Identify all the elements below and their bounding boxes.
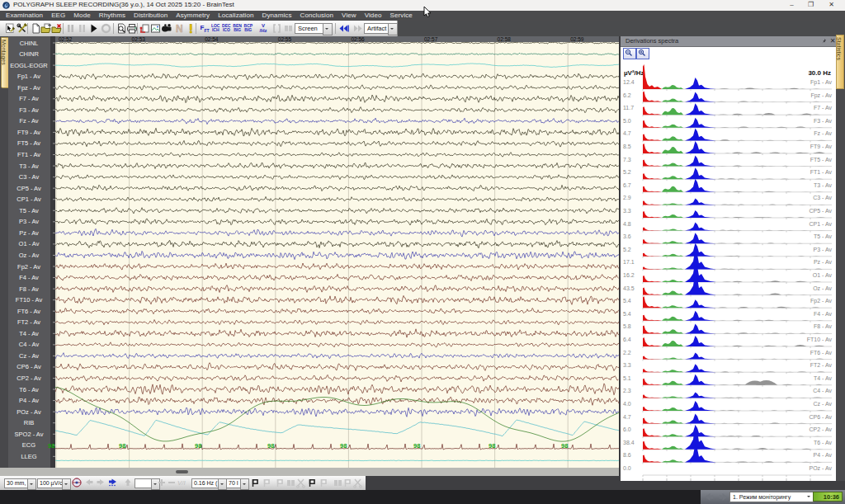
channel-label-fz[interactable]: Fz - Av <box>9 117 49 125</box>
channel-label-cz[interactable]: Cz - Av <box>9 352 49 360</box>
sensitivity-select-arrow[interactable] <box>62 478 71 490</box>
menu-examination[interactable]: Examination <box>6 11 43 21</box>
statistics-tab-label: Statistics <box>836 37 842 60</box>
chart-scrollbar-thumb[interactable] <box>176 470 188 473</box>
marker4-button[interactable] <box>307 478 318 488</box>
channel-label-ft1[interactable]: FT1 - Av <box>9 151 49 158</box>
time-label-5: 02:57 <box>424 36 437 42</box>
channel-label-cp6[interactable]: CP6 - Av <box>9 363 49 370</box>
close-button[interactable]: ✕ <box>825 0 838 10</box>
lowpass-select-arrow[interactable] <box>240 478 249 490</box>
nav-next-button[interactable] <box>718 492 729 502</box>
channel-label-ft9[interactable]: FT9 - Av <box>9 129 49 136</box>
extra-select[interactable] <box>135 478 153 488</box>
channel-label-t6[interactable]: T6 - Av <box>9 386 49 393</box>
montage-scheme-button[interactable] <box>72 478 83 488</box>
menu-distribution[interactable]: Distribution <box>134 11 168 21</box>
tab-statistics[interactable]: Statistics <box>836 35 844 89</box>
print-button[interactable] <box>125 22 138 35</box>
channel-label-eogl-eogr[interactable]: EOGL-EOGR <box>9 62 49 69</box>
setup-button[interactable] <box>16 22 28 35</box>
artifact-select-arrow[interactable] <box>388 23 398 35</box>
close-panel-icon[interactable]: ✕ <box>829 38 836 45</box>
channel-label-ft10[interactable]: FT10 - Av <box>9 296 49 304</box>
speed-select[interactable]: 30 mm, <box>4 478 29 488</box>
up-button <box>123 478 134 488</box>
channel-label-cp1[interactable]: CP1 - Av <box>9 195 49 203</box>
channel-label-pz[interactable]: Pz - Av <box>9 229 49 237</box>
channel-label-chinr[interactable]: CHINR <box>9 50 49 58</box>
goto-button[interactable] <box>107 478 118 488</box>
channel-label-t5[interactable]: T5 - Av <box>9 207 49 214</box>
pin-icon[interactable] <box>821 38 828 45</box>
add-marker-button[interactable] <box>250 478 261 488</box>
channel-label-t4[interactable]: T4 - Av <box>9 330 49 337</box>
menu-dynamics[interactable]: Dynamics <box>262 11 292 21</box>
channel-label-spo2[interactable]: SPO2 - Av <box>9 431 49 438</box>
menu-asymmetry[interactable]: Asymmetry <box>176 11 210 21</box>
highpass-select[interactable]: 0.16 Hz ( <box>191 478 220 488</box>
menu-view[interactable]: View <box>342 11 356 21</box>
channel-label-fp1[interactable]: Fp1 - Av <box>9 73 49 80</box>
sensitivity-select[interactable]: 100 µV/c <box>37 478 64 488</box>
mode-select[interactable]: 1. Режим моніторингу <box>729 492 814 502</box>
menu-service[interactable]: Service <box>390 11 413 21</box>
channel-label-poz[interactable]: POz - Av <box>9 408 49 416</box>
prev-page-button[interactable] <box>338 22 350 35</box>
channel-label-c3[interactable]: C3 - Av <box>9 173 49 181</box>
next-page-button <box>351 22 363 35</box>
channel-label-ecg[interactable]: ECG <box>9 441 49 449</box>
loc-ich-button[interactable]: LOCICH <box>210 22 220 34</box>
trace-chinr <box>55 53 619 54</box>
spectrum-channel-label: F3 - Av <box>782 118 832 124</box>
channel-label-p4[interactable]: P4 - Av <box>9 397 49 404</box>
channel-label-rib[interactable]: RIB <box>9 419 49 426</box>
menu-video[interactable]: Video <box>365 11 382 21</box>
spectrum-value: 5.2 <box>623 169 631 175</box>
fft-button[interactable]: FFT <box>200 22 210 34</box>
chart-scrollbar[interactable] <box>0 468 619 476</box>
menu-localization[interactable]: Localization <box>218 11 253 21</box>
channel-label-lleg[interactable]: LLEG <box>9 453 49 460</box>
dec-ico-button[interactable]: DECICO <box>221 22 231 34</box>
screen-select[interactable]: Screen <box>295 23 324 34</box>
channel-label-cp5[interactable]: CP5 - Av <box>9 185 49 192</box>
bcp-big-button[interactable]: BCPBIG <box>243 22 253 34</box>
eeg-traces-area[interactable]: 9898989898989898 <box>55 42 619 469</box>
trace-fp1 <box>55 73 619 80</box>
trace-spo2 <box>55 388 619 442</box>
channel-label-fpz[interactable]: Fpz - Av <box>9 84 49 92</box>
event-marker-button[interactable] <box>186 22 199 35</box>
channel-label-oz[interactable]: Oz - Av <box>9 252 49 259</box>
channel-label-f3[interactable]: F3 - Av <box>9 106 49 114</box>
menu-conclusion[interactable]: Conclusion <box>300 11 334 21</box>
artifact-select[interactable]: Artifact <box>364 23 390 34</box>
video-button[interactable] <box>160 22 172 35</box>
v-hz-button[interactable]: V/Hz <box>258 22 268 34</box>
close-exam-button[interactable] <box>50 22 63 35</box>
menu-rhythms[interactable]: Rhythms <box>99 11 125 21</box>
screen-select-arrow[interactable] <box>323 23 333 35</box>
channel-label-chinl[interactable]: CHINL <box>9 40 49 47</box>
nav-prev-button[interactable] <box>704 492 715 502</box>
play-button[interactable] <box>87 22 100 35</box>
channel-label-p3[interactable]: P3 - Av <box>9 218 49 225</box>
menu-mode[interactable]: Mode <box>73 11 90 21</box>
channel-label-c4[interactable]: C4 - Av <box>9 341 49 348</box>
menu-eeg[interactable]: EEG <box>51 11 65 21</box>
channel-label-f8[interactable]: F8 - Av <box>9 285 49 293</box>
channel-label-ft2[interactable]: FT2 - Av <box>9 318 49 326</box>
channel-label-f4[interactable]: F4 - Av <box>9 274 49 281</box>
channel-label-t3[interactable]: T3 - Av <box>9 163 49 170</box>
channel-label-cp2[interactable]: CP2 - Av <box>9 374 49 382</box>
channel-label-ft6[interactable]: FT6 - Av <box>9 308 49 315</box>
channel-label-fp2[interactable]: Fp2 - Av <box>9 263 49 271</box>
maximize-button[interactable]: ❐ <box>805 0 817 10</box>
ben-big-button[interactable]: BENBIG <box>233 22 243 34</box>
channel-label-o1[interactable]: O1 - Av <box>9 240 49 247</box>
channel-label-f7[interactable]: F7 - Av <box>9 95 49 102</box>
channel-label-ft5[interactable]: FT5 - Av <box>9 139 49 147</box>
minimize-button[interactable]: – <box>786 0 798 10</box>
open-examination-button[interactable] <box>3 22 16 35</box>
speed-select-arrow[interactable] <box>27 478 36 490</box>
